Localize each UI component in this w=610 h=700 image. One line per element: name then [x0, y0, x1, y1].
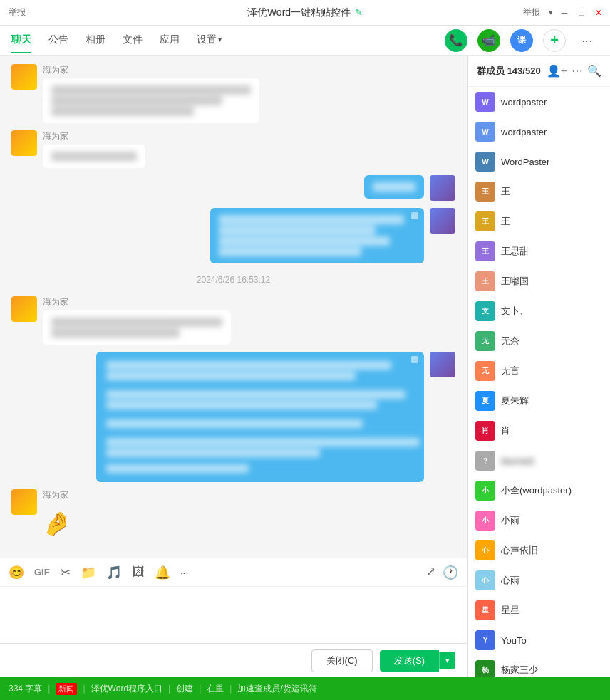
scissors-icon[interactable]: ✂ — [60, 565, 71, 580]
message-bubble — [210, 208, 424, 263]
top-navigation: 聊天 公告 相册 文件 应用 设置 ▾ 📞 📹 课 + ··· — [0, 26, 610, 56]
list-item[interactable]: 肖肖 — [468, 416, 610, 446]
msg-content: 海为家 — [43, 296, 231, 345]
titlebar: 举报 泽优Word一键粘贴控件 ✎ 举报 ▾ ─ □ ✕ — [0, 0, 610, 26]
statusbar-item-4[interactable]: 加速查成员/货运讯符 — [237, 683, 316, 695]
list-item[interactable]: 杨杨家三少 — [468, 655, 610, 677]
report-label[interactable]: 举报 — [9, 6, 26, 19]
more-btn[interactable]: ··· — [576, 29, 599, 52]
tab-files[interactable]: 文件 — [123, 33, 143, 48]
member-count: 群成员 143/520 — [477, 65, 542, 78]
statusbar-item-3[interactable]: 在里 — [207, 683, 224, 695]
avatar: Y — [475, 630, 495, 650]
list-item[interactable]: 王王 — [468, 207, 610, 236]
list-item[interactable]: 王王思甜 — [468, 236, 610, 266]
close-button[interactable]: 关闭(C) — [311, 649, 373, 672]
list-item[interactable]: 心心雨 — [468, 565, 610, 595]
maximize-btn[interactable]: □ — [576, 7, 587, 19]
member-name: 心声依旧 — [501, 544, 538, 557]
msg-content: 海为家 🤌 — [43, 489, 71, 543]
topnav-actions: 📞 📹 课 + ··· — [445, 29, 599, 52]
member-name: YouTo — [501, 635, 527, 646]
folder-icon[interactable]: 📁 — [81, 565, 96, 580]
expand-icon[interactable]: ⤢ — [426, 565, 435, 580]
list-item[interactable]: Wwordpaster — [468, 87, 610, 117]
member-name: 心雨 — [501, 574, 519, 587]
table-row: 海为家 — [11, 64, 455, 123]
list-item[interactable]: 小小雨 — [468, 506, 610, 536]
list-item[interactable]: ?blurred1 — [468, 446, 610, 476]
list-item[interactable]: 无无奈 — [468, 326, 610, 356]
avatar: 文 — [475, 301, 495, 321]
avatar: 杨 — [475, 660, 495, 677]
image-icon[interactable]: 🖼 — [132, 565, 145, 580]
class-btn[interactable]: 课 — [510, 29, 533, 52]
report-btn[interactable]: 举报 — [523, 6, 540, 19]
list-item[interactable]: 文文卜、 — [468, 296, 610, 326]
list-item[interactable]: 夏夏朱辉 — [468, 386, 610, 416]
list-item[interactable]: 小小全(wordpaster) — [468, 476, 610, 506]
avatar: 心 — [475, 570, 495, 590]
list-item[interactable]: 王王 — [468, 177, 610, 207]
bell-icon[interactable]: 🔔 — [155, 565, 170, 580]
tab-album[interactable]: 相册 — [86, 33, 105, 48]
avatar: 王 — [475, 271, 495, 291]
send-dropdown-btn[interactable]: ▾ — [439, 652, 455, 669]
list-item[interactable]: WWordPaster — [468, 147, 610, 177]
minimize-btn[interactable]: ─ — [559, 7, 570, 19]
emoji-icon[interactable]: 😊 — [9, 565, 24, 580]
statusbar-badge[interactable]: 新闻 — [56, 683, 77, 695]
message-input[interactable] — [9, 592, 458, 637]
table-row — [11, 175, 455, 201]
avatar: 王 — [475, 182, 495, 202]
statusbar-item-1[interactable]: 泽优Word程序入口 — [91, 683, 162, 695]
list-item[interactable]: YYouTo — [468, 625, 610, 655]
member-name: 王嘟国 — [501, 275, 529, 288]
tab-settings[interactable]: 设置 ▾ — [197, 33, 222, 48]
voice-call-btn[interactable]: 📞 — [445, 29, 467, 52]
statusbar-item-2[interactable]: 创建 — [176, 683, 193, 695]
more-tools-icon[interactable]: ··· — [180, 567, 189, 578]
edit-icon[interactable]: ✎ — [355, 7, 363, 18]
avatar — [430, 352, 455, 377]
tab-chat[interactable]: 聊天 — [11, 33, 31, 48]
member-name: wordpaster — [501, 97, 547, 108]
member-search-icon[interactable]: 🔍 — [587, 64, 601, 78]
toolbar-right: ⤢ 🕐 — [426, 565, 458, 580]
member-more-icon[interactable]: ⋯ — [572, 64, 583, 78]
sender-name: 海为家 — [43, 64, 259, 76]
add-btn[interactable]: + — [543, 29, 566, 52]
member-name: 小全(wordpaster) — [501, 484, 572, 497]
window-title: 泽优Word一键粘贴控件 — [247, 6, 351, 19]
music-icon[interactable]: 🎵 — [106, 565, 122, 580]
tab-apps[interactable]: 应用 — [160, 33, 180, 48]
video-call-btn[interactable]: 📹 — [477, 29, 500, 52]
table-row: 海为家 — [11, 130, 455, 168]
dropdown-icon[interactable]: ▾ — [549, 8, 553, 17]
chat-input-area — [0, 586, 467, 643]
gif-icon[interactable]: GIF — [34, 567, 50, 578]
timestamp: 2024/6/26 16:53:12 — [11, 275, 455, 285]
table-row: 海为家 — [11, 296, 455, 345]
sender-name: 海为家 — [43, 296, 231, 308]
message-bubble — [43, 145, 145, 168]
member-name: 王思甜 — [501, 245, 529, 258]
avatar: W — [475, 152, 495, 172]
list-item[interactable]: 星星星 — [468, 595, 610, 625]
member-panel-header: 群成员 143/520 👤+ ⋯ 🔍 — [468, 56, 610, 87]
sender-name: 海为家 — [43, 489, 71, 501]
send-button[interactable]: 发送(S) — [380, 650, 439, 672]
tab-announcement[interactable]: 公告 — [48, 33, 68, 48]
close-btn[interactable]: ✕ — [593, 7, 604, 19]
clock-icon[interactable]: 🕐 — [443, 565, 458, 580]
list-item[interactable]: 王王嘟国 — [468, 266, 610, 296]
avatar — [430, 208, 455, 234]
list-item[interactable]: 无无言 — [468, 356, 610, 386]
sender-name: 海为家 — [43, 130, 145, 142]
chat-toolbar: 😊 GIF ✂ 📁 🎵 🖼 🔔 ··· ⤢ 🕐 — [0, 558, 467, 586]
list-item[interactable]: 心心声依旧 — [468, 536, 610, 565]
list-item[interactable]: Wwordpaster — [468, 117, 610, 147]
member-settings-icon[interactable]: 👤+ — [547, 64, 567, 78]
table-row: 海为家 🤌 — [11, 489, 455, 543]
avatar — [11, 130, 37, 156]
